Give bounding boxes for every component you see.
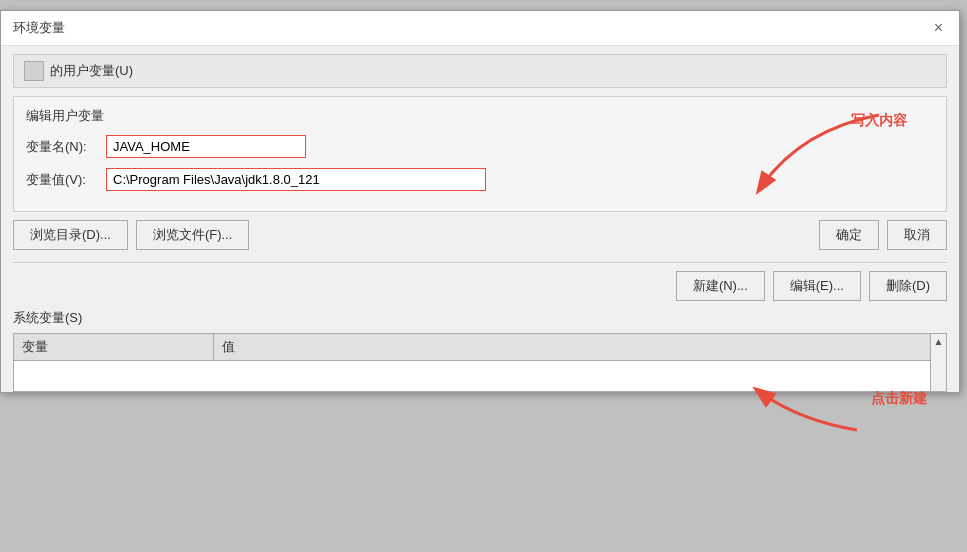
- table-body: [14, 361, 946, 391]
- user-vars-header: 的用户变量(U): [13, 54, 947, 88]
- var-value-label: 变量值(V):: [26, 171, 106, 189]
- delete-button[interactable]: 删除(D): [869, 271, 947, 301]
- window-title: 环境变量: [13, 19, 65, 37]
- annotation-write-content: 写入内容: [851, 112, 907, 130]
- ok-cancel-group: 确定 取消: [819, 220, 947, 250]
- edit-section: 编辑用户变量 变量名(N): 变量值(V):: [13, 96, 947, 212]
- var-name-input[interactable]: [106, 135, 306, 158]
- section-divider: [13, 262, 947, 263]
- sys-vars-header: 系统变量(S): [13, 309, 947, 327]
- cancel-button[interactable]: 取消: [887, 220, 947, 250]
- browse-dir-button[interactable]: 浏览目录(D)...: [13, 220, 128, 250]
- ok-button[interactable]: 确定: [819, 220, 879, 250]
- table-scrollbar[interactable]: ▲: [930, 334, 946, 391]
- col-header-var: 变量: [14, 334, 214, 360]
- browse-file-button[interactable]: 浏览文件(F)...: [136, 220, 249, 250]
- var-name-label: 变量名(N):: [26, 138, 106, 156]
- new-edit-delete-row: 新建(N)... 编辑(E)... 删除(D): [13, 271, 947, 301]
- annotation-click-new: 点击新建: [871, 390, 927, 408]
- col-header-val: 值: [214, 334, 946, 360]
- edit-section-title: 编辑用户变量: [26, 107, 934, 125]
- user-icon: [24, 61, 44, 81]
- user-vars-label: 的用户变量(U): [50, 62, 133, 80]
- close-button[interactable]: ×: [930, 19, 947, 37]
- var-value-row: 变量值(V):: [26, 168, 934, 191]
- var-name-row: 变量名(N):: [26, 135, 934, 158]
- env-vars-window: 环境变量 × 的用户变量(U) 编辑用户变量 变量名(N): 变量值(V): 浏…: [0, 10, 960, 393]
- edit-button[interactable]: 编辑(E)...: [773, 271, 861, 301]
- new-button[interactable]: 新建(N)...: [676, 271, 765, 301]
- main-button-row: 浏览目录(D)... 浏览文件(F)... 确定 取消: [13, 220, 947, 250]
- sys-vars-table: 变量 值 ▲: [13, 333, 947, 392]
- scroll-up-icon[interactable]: ▲: [932, 334, 946, 349]
- var-value-input[interactable]: [106, 168, 486, 191]
- title-bar: 环境变量 ×: [1, 11, 959, 46]
- table-header-row: 变量 值: [14, 334, 946, 361]
